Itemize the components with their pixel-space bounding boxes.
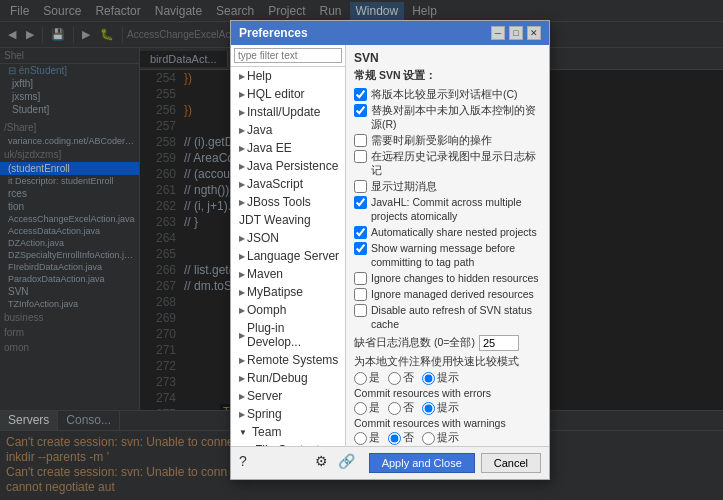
- svn-section-title: SVN: [354, 51, 541, 65]
- compare-radio-group: 是 否 提示: [354, 371, 541, 385]
- tree-item-java[interactable]: ▶Java: [231, 121, 345, 139]
- tree-item-jdtw[interactable]: JDT Weaving: [231, 211, 345, 229]
- tree-item-oomph[interactable]: ▶Oomph: [231, 301, 345, 319]
- warnings-yes-label: 是: [354, 431, 380, 445]
- compare-no[interactable]: [388, 372, 401, 385]
- warnings-no[interactable]: [388, 432, 401, 445]
- tree-item-javap[interactable]: ▶Java Persistence: [231, 157, 345, 175]
- settings-icon[interactable]: ⚙: [315, 453, 328, 473]
- tree-item-server[interactable]: ▶Server: [231, 387, 345, 405]
- checkbox-4: 在远程历史记录视图中显示日志标记: [354, 149, 541, 177]
- cb-label-9: Ignore changes to hidden resources: [371, 271, 539, 285]
- general-settings-label: 常规 SVN 设置：: [354, 69, 541, 83]
- cb-label-3: 需要时刷新受影响的操作: [371, 133, 492, 147]
- tree-item-remote[interactable]: ▶Remote Systems: [231, 351, 345, 369]
- cb-9[interactable]: [354, 272, 367, 285]
- checkbox-9: Ignore changes to hidden resources: [354, 271, 541, 285]
- cb-7[interactable]: [354, 226, 367, 239]
- cb-label-1: 将版本比较显示到对话框中(C): [371, 87, 518, 101]
- tree-item-plugin[interactable]: ▶Plug-in Develop...: [231, 319, 345, 351]
- checkbox-7: Automatically share nested projects: [354, 225, 541, 239]
- dialog-titlebar: Preferences ─ □ ✕: [231, 21, 549, 45]
- errors-yes-label: 是: [354, 401, 380, 415]
- checkbox-3: 需要时刷新受影响的操作: [354, 133, 541, 147]
- cb-5[interactable]: [354, 180, 367, 193]
- errors-prompt[interactable]: [422, 402, 435, 415]
- dialog-content: SVN 常规 SVN 设置： 将版本比较显示到对话框中(C) 替换对副本中未加入…: [346, 45, 549, 446]
- dialog-overlay: Preferences ─ □ ✕ ▶Help ▶HQL editor ▶Ins…: [0, 0, 723, 500]
- cb-label-10: Ignore managed derived resources: [371, 287, 534, 301]
- warnings-radio-group: 是 否 提示: [354, 431, 541, 445]
- cb-label-7: Automatically share nested projects: [371, 225, 537, 239]
- cb-11[interactable]: [354, 304, 367, 317]
- compare-yes-label: 是: [354, 371, 380, 385]
- cb-label-8: Show warning message before committing t…: [371, 241, 541, 269]
- log-count-label: 缺省日志消息数 (0=全部): [354, 336, 475, 350]
- compare-no-label: 否: [388, 371, 414, 385]
- compare-yes[interactable]: [354, 372, 367, 385]
- tree-item-rundebug[interactable]: ▶Run/Debug: [231, 369, 345, 387]
- dialog-footer: ? ⚙ 🔗 Apply and Close Cancel: [231, 446, 549, 479]
- cb-10[interactable]: [354, 288, 367, 301]
- errors-prompt-label: 提示: [422, 401, 459, 415]
- apply-close-button[interactable]: Apply and Close: [369, 453, 475, 473]
- tree-item-team[interactable]: ▼ Team: [231, 423, 345, 441]
- errors-no[interactable]: [388, 402, 401, 415]
- tree-search-input[interactable]: [234, 48, 342, 63]
- tree-item-help[interactable]: ▶Help: [231, 67, 345, 85]
- log-count-input[interactable]: [479, 335, 519, 351]
- dialog-body: ▶Help ▶HQL editor ▶Install/Update ▶Java …: [231, 45, 549, 446]
- tree-item-spring[interactable]: ▶Spring: [231, 405, 345, 423]
- warnings-prompt-label: 提示: [422, 431, 459, 445]
- warnings-prompt[interactable]: [422, 432, 435, 445]
- warnings-yes[interactable]: [354, 432, 367, 445]
- checkbox-2: 替换对副本中未加入版本控制的资源(R): [354, 103, 541, 131]
- tree-item-javaee[interactable]: ▶Java EE: [231, 139, 345, 157]
- dialog-minimize-btn[interactable]: ─: [491, 26, 505, 40]
- cb-1[interactable]: [354, 88, 367, 101]
- errors-yes[interactable]: [354, 402, 367, 415]
- preferences-dialog: Preferences ─ □ ✕ ▶Help ▶HQL editor ▶Ins…: [230, 20, 550, 480]
- cb-label-5: 显示过期消息: [371, 179, 437, 193]
- log-count-row: 缺省日志消息数 (0=全部): [354, 335, 541, 351]
- compare-prompt[interactable]: [422, 372, 435, 385]
- cb-label-2: 替换对副本中未加入版本控制的资源(R): [371, 103, 541, 131]
- checkbox-11: Disable auto refresh of SVN status cache: [354, 303, 541, 331]
- warnings-no-label: 否: [388, 431, 414, 445]
- tree-item-maven[interactable]: ▶Maven: [231, 265, 345, 283]
- tree-item-install[interactable]: ▶Install/Update: [231, 103, 345, 121]
- dialog-maximize-btn[interactable]: □: [509, 26, 523, 40]
- tree-search-container: [231, 45, 345, 67]
- cb-label-4: 在远程历史记录视图中显示日志标记: [371, 149, 541, 177]
- dialog-titlebar-buttons: ─ □ ✕: [491, 26, 541, 40]
- errors-radio-group: 是 否 提示: [354, 401, 541, 415]
- cb-label-11: Disable auto refresh of SVN status cache: [371, 303, 541, 331]
- cancel-button[interactable]: Cancel: [481, 453, 541, 473]
- checkbox-5: 显示过期消息: [354, 179, 541, 193]
- warnings-label: Commit resources with warnings: [354, 417, 541, 429]
- cb-8[interactable]: [354, 242, 367, 255]
- cb-label-6: JavaHL: Commit across multiple projects …: [371, 195, 541, 223]
- cb-6[interactable]: [354, 196, 367, 209]
- errors-label: Commit resources with errors: [354, 387, 541, 399]
- checkbox-10: Ignore managed derived resources: [354, 287, 541, 301]
- cb-3[interactable]: [354, 134, 367, 147]
- compare-prompt-label: 提示: [422, 371, 459, 385]
- errors-no-label: 否: [388, 401, 414, 415]
- tree-item-mybatipse[interactable]: ▶MyBatipse: [231, 283, 345, 301]
- cb-2[interactable]: [354, 104, 367, 117]
- tree-item-js[interactable]: ▶JavaScript: [231, 175, 345, 193]
- cb-4[interactable]: [354, 150, 367, 163]
- tree-item-lsp[interactable]: ▶Language Server: [231, 247, 345, 265]
- checkbox-1: 将版本比较显示到对话框中(C): [354, 87, 541, 101]
- tree-item-jboss[interactable]: ▶JBoss Tools: [231, 193, 345, 211]
- dialog-close-btn[interactable]: ✕: [527, 26, 541, 40]
- tree-item-hql[interactable]: ▶HQL editor: [231, 85, 345, 103]
- help-icon[interactable]: ?: [239, 453, 247, 473]
- checkbox-6: JavaHL: Commit across multiple projects …: [354, 195, 541, 223]
- dialog-tree: ▶Help ▶HQL editor ▶Install/Update ▶Java …: [231, 45, 346, 446]
- tree-item-json[interactable]: ▶JSON: [231, 229, 345, 247]
- dialog-title: Preferences: [239, 26, 308, 40]
- link-icon[interactable]: 🔗: [338, 453, 355, 473]
- compare-mode-label: 为本地文件注释使用快速比较模式: [354, 355, 541, 369]
